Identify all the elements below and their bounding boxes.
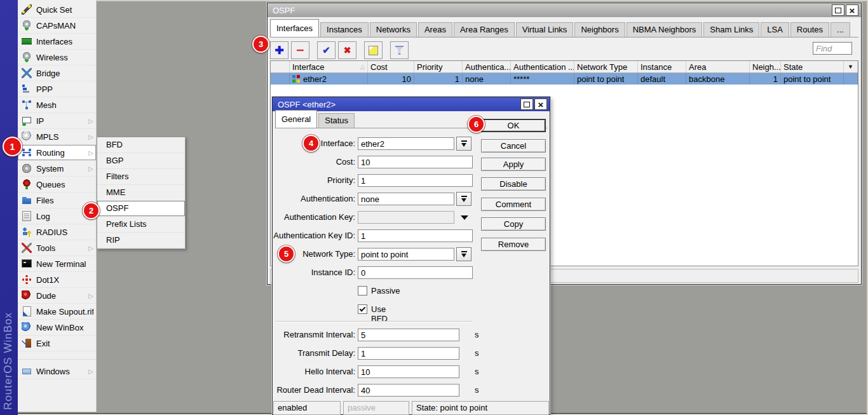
sidebar-item-routing[interactable]: Routing▷	[18, 145, 96, 161]
submenu-item-rip[interactable]: RIP	[97, 233, 185, 248]
router-dead-interval-input[interactable]	[358, 384, 459, 397]
column-instance[interactable]: Instance	[638, 61, 686, 72]
sidebar-item-system[interactable]: System▷	[18, 161, 96, 177]
dialog-tab-general[interactable]: General	[275, 110, 317, 128]
column-options-dropdown[interactable]	[844, 61, 858, 72]
instance-id-input[interactable]	[358, 266, 473, 279]
column-authentication-key[interactable]: Authentication ...	[511, 61, 574, 72]
add-button[interactable]	[270, 41, 288, 59]
disable-button[interactable]	[338, 41, 356, 59]
ospf-window-title: OSPF	[273, 6, 831, 15]
column-area[interactable]: Area	[686, 61, 750, 72]
filter-button[interactable]	[390, 41, 409, 59]
close-button[interactable]	[846, 4, 858, 16]
retransmit-interval-input[interactable]	[358, 329, 459, 341]
sidebar-item-tools[interactable]: Tools▷	[18, 240, 96, 256]
cost-input[interactable]	[358, 156, 473, 168]
sidebar-item-capsman[interactable]: CAPsMAN	[18, 18, 96, 34]
column-cost[interactable]: Cost	[368, 61, 414, 72]
sidebar-item-queues[interactable]: Queues	[18, 177, 96, 193]
dropdown-arrow-icon[interactable]	[456, 192, 471, 206]
sidebar-item-mesh[interactable]: Mesh	[18, 97, 96, 113]
disable-button[interactable]: Disable	[481, 177, 546, 191]
row-area: backbone	[686, 73, 750, 85]
authentication-key-id-input[interactable]	[358, 229, 473, 242]
column-state[interactable]: State	[781, 61, 844, 72]
cancel-button[interactable]: Cancel	[481, 139, 546, 153]
tab-routes[interactable]: Routes	[790, 22, 829, 37]
sidebar-item-dot1x[interactable]: Dot1X	[18, 272, 96, 288]
sidebar-item-interfaces[interactable]: Interfaces	[18, 34, 96, 50]
apply-button[interactable]: Apply	[481, 158, 546, 171]
dialog-titlebar[interactable]: OSPF <ether2>	[273, 97, 550, 111]
dropdown-arrow-icon[interactable]	[456, 137, 471, 151]
transmit-delay-input[interactable]	[358, 347, 459, 360]
dropdown-arrow-icon[interactable]	[456, 247, 471, 261]
table-row-ether2[interactable]: ether2 10 1 none ***** point to point de…	[271, 73, 858, 85]
comment-button[interactable]	[364, 41, 383, 59]
column-network-type[interactable]: Network Type	[574, 61, 638, 72]
copy-button[interactable]: Copy	[481, 217, 546, 231]
sidebar-item-make-supout[interactable]: Make Supout.rif	[18, 304, 96, 320]
sidebar-item-exit[interactable]: Exit	[18, 336, 96, 351]
find-input[interactable]	[813, 42, 852, 55]
dialog-maximize-button[interactable]	[520, 99, 533, 110]
submenu-item-bfd[interactable]: BFD	[97, 137, 185, 153]
radius-icon	[22, 227, 32, 237]
ospf-toolbar	[270, 41, 411, 59]
tab-virtual-links[interactable]: Virtual Links	[516, 22, 574, 37]
interface-input[interactable]	[358, 137, 454, 150]
tab-instances[interactable]: Instances	[320, 22, 369, 37]
column-interface[interactable]: Interface△	[290, 61, 368, 72]
dialog-tab-status[interactable]: Status	[318, 113, 355, 128]
tab-area-ranges[interactable]: Area Ranges	[454, 22, 515, 37]
hello-interval-input[interactable]	[358, 365, 459, 378]
sidebar-item-windows[interactable]: Windows▷	[18, 364, 96, 379]
tab-networks[interactable]: Networks	[370, 22, 417, 37]
use-bfd-checkbox[interactable]	[358, 304, 367, 314]
column-authentication[interactable]: Authentica...	[463, 61, 511, 72]
tab-sham-links[interactable]: Sham Links	[703, 22, 759, 37]
dialog-close-button[interactable]	[534, 99, 547, 110]
submenu-item-bgp[interactable]: BGP	[97, 153, 185, 169]
column-neighbors[interactable]: Neigh...	[750, 61, 781, 72]
tab-nbma-neighbors[interactable]: NBMA Neighbors	[627, 22, 703, 37]
tab-areas[interactable]: Areas	[418, 22, 452, 37]
submenu-item-filters[interactable]: Filters	[97, 169, 185, 185]
remove-button[interactable]	[291, 41, 309, 59]
comment-button[interactable]: Comment	[481, 198, 546, 211]
sidebar-item-ip[interactable]: IP▷	[18, 113, 96, 129]
sidebar-item-new-winbox[interactable]: New WinBox	[18, 320, 96, 336]
column-select[interactable]	[271, 61, 290, 72]
capsman-icon	[22, 20, 32, 31]
submenu-item-prefix-lists[interactable]: Prefix Lists	[97, 217, 185, 233]
ok-button[interactable]: OK	[481, 119, 546, 132]
sidebar-item-ppp[interactable]: PPP	[18, 81, 96, 97]
submenu-item-ospf[interactable]: OSPF	[97, 201, 185, 217]
sidebar-item-radius[interactable]: RADIUS	[18, 224, 96, 240]
sidebar-item-wireless[interactable]: Wireless	[18, 50, 96, 65]
enable-button[interactable]	[317, 41, 336, 59]
network-type-input[interactable]	[358, 248, 454, 261]
submenu-arrow-icon: ▷	[88, 133, 93, 140]
authentication-input[interactable]	[358, 193, 454, 205]
tab-interfaces[interactable]: Interfaces	[270, 19, 319, 37]
column-priority[interactable]: Priority	[414, 61, 463, 72]
sidebar-item-new-terminal[interactable]: New Terminal	[18, 256, 96, 272]
sidebar-item-dude[interactable]: Dude▷	[18, 288, 96, 304]
tab-neighbors[interactable]: Neighbors	[574, 22, 625, 37]
ospf-window-titlebar[interactable]: OSPF	[268, 3, 861, 17]
remove-button[interactable]: Remove	[481, 238, 546, 251]
priority-input[interactable]	[358, 174, 473, 187]
sidebar-item-quick-set[interactable]: Quick Set	[18, 2, 96, 18]
sidebar-item-bridge[interactable]: Bridge	[18, 65, 96, 81]
authentication-key-input[interactable]	[358, 211, 454, 224]
tab-lsa[interactable]: LSA	[761, 22, 789, 37]
sidebar-item-mpls[interactable]: MPLS▷	[18, 129, 96, 145]
maximize-button[interactable]	[832, 4, 844, 16]
submenu-item-mme[interactable]: MME	[97, 185, 185, 201]
tab-overflow[interactable]: ...	[831, 22, 850, 37]
passive-checkbox[interactable]	[358, 286, 367, 296]
dropdown-arrow-icon[interactable]	[461, 215, 468, 220]
ip-icon	[22, 116, 32, 126]
